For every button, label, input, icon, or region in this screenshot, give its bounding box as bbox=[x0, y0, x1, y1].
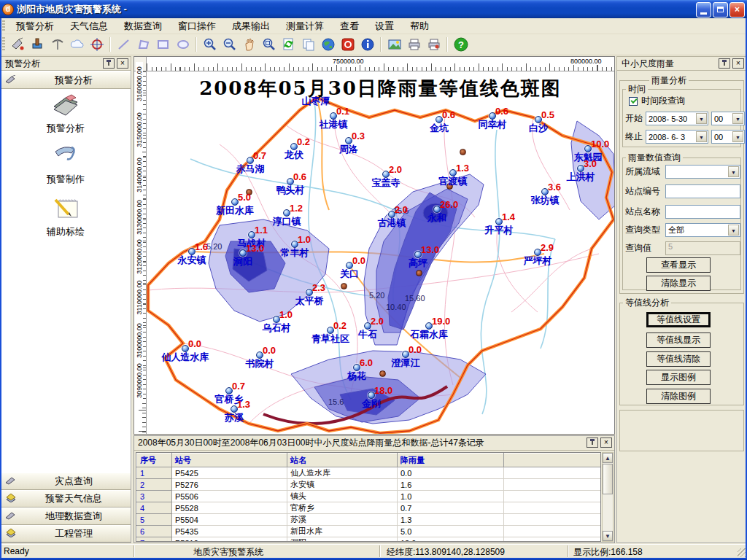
map-canvas[interactable]: 5.205.2015.6010.4015.615.60.1社港镇0.3周洛0.2… bbox=[147, 71, 614, 434]
chevron-down-icon[interactable]: ▼ bbox=[728, 166, 739, 177]
contour-setting-button[interactable]: 等值线设置 bbox=[646, 312, 711, 327]
close-panel-button[interactable]: × bbox=[600, 438, 612, 448]
restore-button[interactable] bbox=[713, 2, 728, 18]
station-rainfall-value: 0.0 bbox=[352, 255, 365, 266]
chevron-down-icon[interactable]: ▼ bbox=[696, 131, 707, 142]
table-row[interactable]: 1P5425仙人造水库0.0 bbox=[137, 467, 601, 479]
zoom-out-icon[interactable] bbox=[220, 36, 239, 54]
draw-polygon-icon[interactable] bbox=[134, 36, 152, 54]
station-name-label: 鸭头村 bbox=[258, 184, 323, 197]
table-row[interactable]: 5P5504苏溪1.3 bbox=[137, 514, 601, 526]
start-date-select[interactable]: 2008- 5-30 ▼ bbox=[646, 112, 708, 125]
table-column-header[interactable]: 序号 bbox=[137, 454, 172, 467]
clear-display-button[interactable]: 清除显示 bbox=[646, 276, 711, 291]
status-ready: Ready bbox=[4, 546, 29, 556]
menu-item-5[interactable]: 成果输出 bbox=[224, 18, 278, 34]
station-id-input[interactable] bbox=[665, 184, 740, 198]
global-view-icon[interactable] bbox=[319, 36, 337, 54]
measure-pick-icon[interactable] bbox=[48, 36, 66, 54]
stop-icon[interactable] bbox=[338, 36, 357, 54]
table-row[interactable]: 7P5310洞阳13.0 bbox=[137, 537, 601, 542]
menu-item-7[interactable]: 查看 bbox=[332, 18, 367, 34]
chevron-down-icon[interactable]: ▼ bbox=[728, 225, 739, 236]
end-date-select[interactable]: 2008- 6- 3 ▼ bbox=[646, 130, 708, 144]
export-image-icon[interactable] bbox=[385, 36, 403, 54]
menu-item-8[interactable]: 设置 bbox=[367, 18, 402, 34]
menu-item-4[interactable]: 窗口操作 bbox=[170, 18, 224, 34]
end-date-value: 2008- 6- 3 bbox=[649, 133, 685, 141]
menu-item-1[interactable]: 预警分析 bbox=[8, 18, 62, 34]
time-range-checkbox[interactable] bbox=[629, 97, 638, 106]
station-id-label: 站点编号 bbox=[625, 185, 665, 198]
locate-target-icon[interactable] bbox=[88, 36, 106, 54]
rainfall-table[interactable]: 序号站号站名降雨量 1P5425仙人造水库0.02P5276永安镇1.63P55… bbox=[136, 452, 601, 542]
tool-label: 辅助标绘 bbox=[1, 225, 131, 238]
group-project-management[interactable]: 工程管理 bbox=[1, 525, 131, 542]
legend-show-button[interactable]: 显示图例 bbox=[646, 370, 711, 385]
group-warning-weather[interactable]: 预警天气信息 bbox=[1, 490, 131, 508]
table-column-header[interactable]: 降雨量 bbox=[398, 454, 504, 467]
start-date-value: 2008- 5-30 bbox=[649, 114, 687, 123]
chevron-down-icon[interactable]: ▼ bbox=[696, 113, 707, 124]
table-cell: P5506 bbox=[172, 491, 287, 502]
zoom-window-icon[interactable] bbox=[260, 36, 278, 54]
pin-button[interactable] bbox=[587, 438, 598, 448]
query-value-input[interactable]: 5 bbox=[665, 241, 740, 255]
toolbar-grip[interactable] bbox=[2, 37, 5, 52]
pin-button[interactable] bbox=[103, 58, 115, 69]
table-column-header[interactable]: 站号 bbox=[172, 454, 287, 467]
zoom-in-icon[interactable] bbox=[201, 36, 219, 54]
close-panel-button[interactable]: × bbox=[117, 58, 128, 69]
draw-ellipse-icon[interactable] bbox=[174, 36, 192, 54]
cloud-icon[interactable] bbox=[68, 36, 86, 54]
refresh-map-icon[interactable] bbox=[279, 36, 298, 54]
close-button[interactable]: × bbox=[729, 2, 745, 18]
view-display-button[interactable]: 查看显示 bbox=[646, 257, 711, 273]
scroll-down-icon[interactable]: ▼ bbox=[603, 531, 613, 541]
start-hour-select[interactable]: 00 ▼ bbox=[711, 112, 745, 125]
scroll-up-icon[interactable]: ▲ bbox=[603, 453, 613, 463]
draw-rectangle-icon[interactable] bbox=[154, 36, 172, 54]
print-preview-icon[interactable] bbox=[425, 36, 443, 54]
minimize-button[interactable] bbox=[696, 2, 711, 18]
info-icon[interactable] bbox=[358, 36, 376, 54]
group-warning-analysis[interactable]: 预警分析 bbox=[1, 71, 131, 89]
pan-hand-icon[interactable] bbox=[240, 36, 258, 54]
group-disaster-query[interactable]: 灾点查询 bbox=[1, 472, 131, 490]
table-row[interactable]: 4P5528官桥乡0.7 bbox=[137, 502, 601, 514]
table-row[interactable]: 3P5506镇头1.0 bbox=[137, 491, 601, 502]
menu-item-2[interactable]: 天气信息 bbox=[62, 18, 116, 34]
close-panel-button[interactable]: × bbox=[732, 58, 744, 69]
help-icon[interactable]: ? bbox=[452, 36, 470, 54]
draw-line-icon[interactable] bbox=[115, 36, 133, 54]
end-hour-select[interactable]: 00 ▼ bbox=[711, 130, 745, 144]
tool-aux-plotting[interactable]: 辅助标绘 bbox=[1, 194, 131, 238]
warning-analysis-icon[interactable] bbox=[9, 36, 27, 54]
station-name-input[interactable] bbox=[665, 205, 740, 219]
layers-icon bbox=[5, 494, 17, 505]
table-column-header[interactable]: 站名 bbox=[287, 454, 398, 467]
group-geo-data-query[interactable]: 地理数据查询 bbox=[1, 508, 131, 525]
query-type-select[interactable]: 全部 ▼ bbox=[665, 223, 740, 237]
time-range-checkbox-row[interactable]: 时间段查询 bbox=[629, 95, 685, 107]
table-row[interactable]: 2P5276永安镇1.6 bbox=[137, 479, 601, 491]
menu-item-3[interactable]: 数据查询 bbox=[116, 18, 170, 34]
menubar-grip[interactable] bbox=[2, 20, 5, 31]
weather-tool-icon[interactable] bbox=[28, 36, 47, 54]
basin-select[interactable]: ▼ bbox=[665, 165, 740, 179]
table-scrollbar[interactable]: ▲ ▼ bbox=[602, 452, 614, 542]
print-icon[interactable] bbox=[405, 36, 423, 54]
table-row[interactable]: 6P5435新田水库5.0 bbox=[137, 526, 601, 537]
tool-warning-production[interactable]: 预警制作 bbox=[1, 141, 131, 186]
tool-warning-analysis[interactable]: 预警分析 bbox=[1, 92, 131, 135]
pin-button[interactable] bbox=[719, 58, 730, 69]
legend-clear-button[interactable]: 清除图例 bbox=[646, 389, 711, 404]
chevron-down-icon[interactable]: ▼ bbox=[732, 113, 743, 124]
menu-item-6[interactable]: 测量计算 bbox=[278, 18, 332, 34]
copy-view-icon[interactable] bbox=[299, 36, 317, 54]
chevron-down-icon[interactable]: ▼ bbox=[732, 131, 743, 142]
scroll-thumb[interactable] bbox=[603, 464, 613, 494]
contour-clear-button[interactable]: 等值线清除 bbox=[646, 351, 711, 367]
menu-item-9[interactable]: 帮助 bbox=[402, 18, 437, 34]
contour-show-button[interactable]: 等值线显示 bbox=[646, 332, 711, 348]
